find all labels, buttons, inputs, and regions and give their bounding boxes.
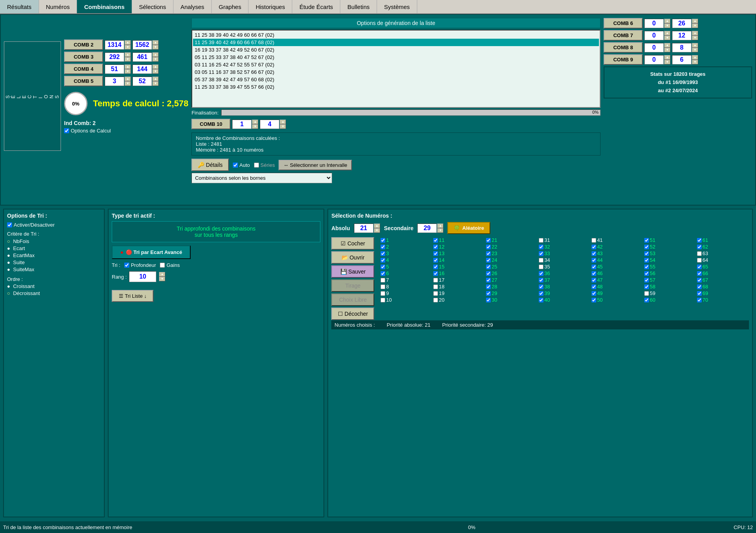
tri-suite[interactable]: ● Suite: [7, 259, 101, 265]
comb-3-val2-up[interactable]: ▲: [152, 52, 159, 57]
num-checkbox-57[interactable]: [644, 278, 649, 283]
num-checkbox-26[interactable]: [486, 271, 491, 276]
comb-6-val1-down[interactable]: ▼: [664, 23, 670, 28]
comb-4-val1-down[interactable]: ▼: [125, 69, 131, 74]
decocher-button[interactable]: ☐ Décocher: [331, 308, 374, 320]
comb-10-button[interactable]: COMB 10: [191, 119, 231, 129]
list-row[interactable]: 05 11 25 33 37 38 40 47 52 67 (02): [193, 54, 599, 61]
num-checkbox-47[interactable]: [592, 278, 596, 283]
num-checkbox-4[interactable]: [381, 258, 385, 263]
comb-5-val1-up[interactable]: ▲: [125, 77, 131, 81]
absolu-up[interactable]: ▲: [374, 224, 380, 228]
num-checkbox-34[interactable]: [539, 258, 543, 263]
num-checkbox-32[interactable]: [539, 245, 543, 249]
list-row[interactable]: 03 05 11 16 37 38 52 57 66 67 (02): [193, 68, 599, 76]
comb-9-val1-up[interactable]: ▲: [664, 55, 670, 60]
num-checkbox-12[interactable]: [433, 245, 438, 249]
tri-ecartmax[interactable]: ● EcartMax: [7, 252, 101, 258]
num-checkbox-66[interactable]: [697, 271, 702, 276]
comb-9-val1-down[interactable]: ▼: [664, 60, 670, 64]
comb-6-val1-up[interactable]: ▲: [664, 19, 670, 23]
menu-selections[interactable]: Sélections: [132, 0, 173, 13]
interval-button[interactable]: ↔ Sélectionner un Intervalle: [279, 160, 352, 170]
rang-up[interactable]: ▲: [159, 272, 165, 277]
profondeur-checkbox-label[interactable]: Profondeur: [124, 262, 156, 268]
num-checkbox-6[interactable]: [381, 271, 385, 276]
num-checkbox-30[interactable]: [486, 298, 491, 302]
num-checkbox-44[interactable]: [592, 258, 596, 263]
comb-10-val2-up[interactable]: ▲: [280, 120, 286, 124]
menu-bulletins[interactable]: Bulletins: [340, 0, 377, 13]
comb-6-val2-up[interactable]: ▲: [692, 19, 698, 23]
num-checkbox-50[interactable]: [592, 298, 596, 302]
num-checkbox-31[interactable]: [539, 238, 543, 243]
num-checkbox-5[interactable]: [381, 265, 385, 269]
comb-5-val1-down[interactable]: ▼: [125, 81, 131, 86]
num-checkbox-10[interactable]: [381, 298, 385, 302]
comb-4-button[interactable]: COMB 4: [64, 64, 103, 74]
tri-suitemax[interactable]: ● SuiteMax: [7, 266, 101, 272]
menu-resultats[interactable]: Résultats: [0, 0, 39, 13]
comb-5-button[interactable]: COMB 5: [64, 76, 103, 86]
comb-4-val1-up[interactable]: ▲: [125, 64, 131, 69]
sauver-button[interactable]: 💾 Sauver: [331, 265, 374, 278]
num-checkbox-20[interactable]: [433, 298, 438, 302]
comb-10-val2-down[interactable]: ▼: [280, 124, 286, 129]
num-checkbox-41[interactable]: [592, 238, 596, 243]
num-checkbox-17[interactable]: [433, 278, 438, 283]
num-checkbox-2[interactable]: [381, 245, 385, 249]
num-checkbox-29[interactable]: [486, 291, 491, 296]
activer-desactiver-label[interactable]: Activer/Désactiver: [7, 222, 101, 228]
num-checkbox-33[interactable]: [539, 251, 543, 256]
num-checkbox-7[interactable]: [381, 278, 385, 283]
num-checkbox-38[interactable]: [539, 284, 543, 289]
list-row[interactable]: 11 25 39 40 42 49 60 66 67 68 (02): [193, 39, 599, 46]
num-checkbox-15[interactable]: [433, 265, 438, 269]
auto-checkbox-label[interactable]: Auto: [233, 162, 250, 168]
num-checkbox-16[interactable]: [433, 271, 438, 276]
num-checkbox-51[interactable]: [644, 238, 649, 243]
num-checkbox-25[interactable]: [486, 265, 491, 269]
comb-6-button[interactable]: COMB 6: [604, 18, 643, 29]
comb-7-button[interactable]: COMB 7: [604, 30, 643, 41]
num-checkbox-69[interactable]: [697, 291, 702, 296]
menu-analyses[interactable]: Analyses: [173, 0, 212, 13]
num-checkbox-64[interactable]: [697, 258, 702, 263]
num-checkbox-42[interactable]: [592, 245, 596, 249]
num-checkbox-49[interactable]: [592, 291, 596, 296]
menu-graphes[interactable]: Graphes: [212, 0, 249, 13]
absolu-down[interactable]: ▼: [374, 228, 380, 233]
num-checkbox-68[interactable]: [697, 284, 702, 289]
num-checkbox-11[interactable]: [433, 238, 438, 243]
num-checkbox-14[interactable]: [433, 258, 438, 263]
num-checkbox-61[interactable]: [697, 238, 702, 243]
comb-9-button[interactable]: COMB 9: [604, 54, 643, 65]
num-checkbox-9[interactable]: [381, 291, 385, 296]
series-checkbox-label[interactable]: Séries: [254, 162, 275, 168]
num-checkbox-54[interactable]: [644, 258, 649, 263]
comb-7-val1-down[interactable]: ▼: [664, 36, 670, 40]
num-checkbox-27[interactable]: [486, 278, 491, 283]
list-row[interactable]: 11 25 38 39 40 42 49 60 66 67 (02): [193, 31, 599, 39]
num-checkbox-21[interactable]: [486, 238, 491, 243]
menu-combinaisons[interactable]: Combinaisons: [77, 0, 132, 13]
comb-5-val2-down[interactable]: ▼: [152, 81, 159, 86]
num-checkbox-1[interactable]: [381, 238, 385, 243]
rang-down[interactable]: ▼: [159, 277, 165, 281]
tri-ecart-avance-button[interactable]: ● 🔴 Tri par Ecart Avancé: [112, 245, 191, 259]
cocher-button[interactable]: ☑ Cocher: [331, 237, 374, 250]
choix-libre-button[interactable]: Choix Libre: [331, 293, 374, 306]
comb-3-button[interactable]: COMB 3: [64, 52, 103, 62]
comb-2-val1-down[interactable]: ▼: [125, 45, 131, 50]
comb-2-val2-down[interactable]: ▼: [152, 45, 159, 50]
options-calcul-checkbox[interactable]: Options de Calcul: [64, 128, 188, 134]
comb-3-val1-down[interactable]: ▼: [125, 57, 131, 62]
comb-2-val2-up[interactable]: ▲: [152, 40, 159, 45]
tirage-button[interactable]: Tirage: [331, 279, 374, 292]
comb-9-val2-up[interactable]: ▲: [692, 55, 698, 60]
aleatoire-button[interactable]: 🍀 Aléatoire: [447, 222, 490, 234]
comb-6-val2-down[interactable]: ▼: [692, 23, 698, 28]
comb-8-val1-down[interactable]: ▼: [664, 48, 670, 52]
comb-10-val1-up[interactable]: ▲: [252, 120, 258, 124]
details-button[interactable]: 🔑 Détails: [191, 159, 229, 171]
